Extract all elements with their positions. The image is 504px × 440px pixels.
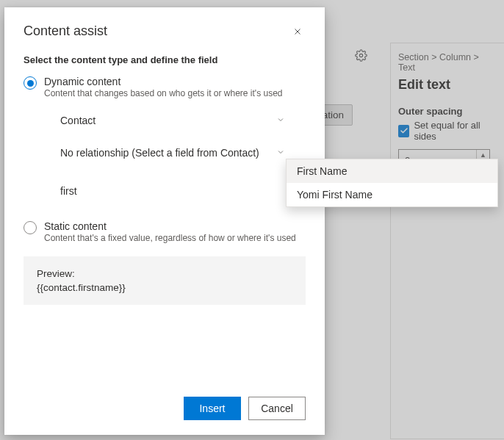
static-content-desc: Content that's a fixed value, regardless… [44,233,296,243]
preview-label: Preview: [37,268,292,279]
preview-box: Preview: {{contact.firstname}} [24,256,306,305]
chevron-down-icon [276,115,285,126]
autocomplete-item[interactable]: Yomi First Name [287,183,497,206]
static-content-radio[interactable] [24,221,37,234]
dynamic-content-desc: Content that changes based on who gets i… [44,88,283,98]
content-assist-dialog: Content assist Select the content type a… [4,7,325,435]
entity-select-value: Contact [60,115,96,126]
cancel-button[interactable]: Cancel [248,397,306,420]
preview-value: {{contact.firstname}} [37,282,292,293]
close-button[interactable] [289,24,306,40]
relationship-select-value: No relationship (Select a field from Con… [60,147,259,159]
field-autocomplete-popup: First Name Yomi First Name [286,159,498,207]
insert-button[interactable]: Insert [184,397,241,420]
dialog-instruction: Select the content type and define the f… [24,54,306,65]
entity-select[interactable]: Contact [56,107,291,134]
static-content-label: Static content [44,220,296,232]
dynamic-content-radio[interactable] [24,76,37,90]
relationship-select[interactable]: No relationship (Select a field from Con… [56,140,291,166]
dialog-title: Content assist [24,24,107,39]
chevron-down-icon [276,147,285,159]
field-search-input[interactable]: first [56,181,269,201]
autocomplete-item[interactable]: First Name [287,159,497,183]
dynamic-content-label: Dynamic content [44,76,283,87]
